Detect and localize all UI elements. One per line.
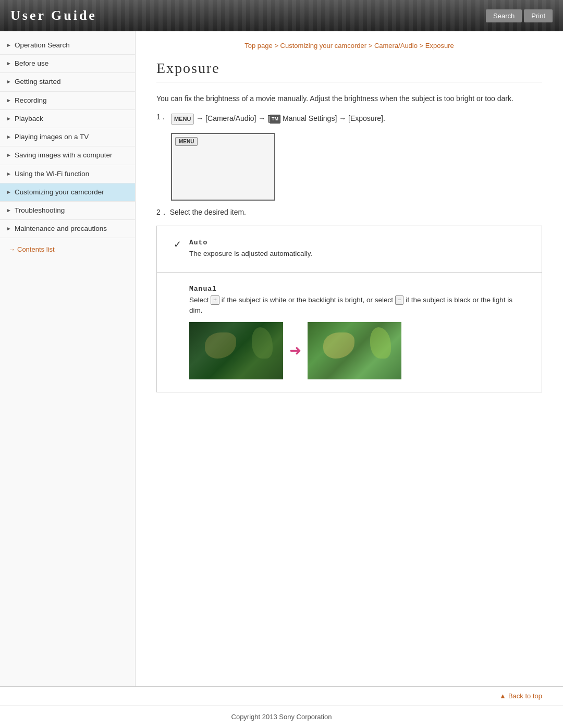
back-to-top-label: Back to top (508, 692, 542, 700)
sidebar-item-saving-images[interactable]: ► Saving images with a computer (0, 146, 135, 165)
contents-list-link-container: → Contents list (0, 238, 135, 261)
sidebar-item-playing-images[interactable]: ► Playing images on a TV (0, 128, 135, 146)
sidebar-item-before-use[interactable]: ► Before use (0, 55, 135, 73)
sidebar-item-label: Saving images with a computer (15, 151, 113, 160)
header: User Guide Search Print (0, 0, 563, 31)
no-check-spacer: ✓ (174, 285, 184, 297)
option-manual-desc: Select + if the subject is white or the … (189, 295, 525, 316)
sidebar-item-maintenance[interactable]: ► Maintenance and precautions (0, 220, 135, 238)
app-title: User Guide (10, 8, 97, 23)
sidebar-item-playback[interactable]: ► Playback (0, 110, 135, 128)
step-2-text: Select the desired item. (170, 208, 246, 216)
sidebar-item-getting-started[interactable]: ► Getting started (0, 73, 135, 91)
sidebar-item-label: Recording (15, 96, 47, 105)
step-2: 2． Select the desired item. (156, 208, 542, 217)
option-auto-desc: The exposure is adjusted automatically. (189, 249, 525, 259)
menu-box-label: MENU (175, 137, 198, 146)
triangle-up-icon: ▲ (499, 692, 506, 700)
intro-text: You can fix the brightness of a movie ma… (156, 93, 542, 104)
sidebar-item-label: Troubleshooting (15, 206, 65, 215)
sidebar-item-label: Getting started (15, 77, 61, 87)
chevron-right-icon: ► (6, 133, 11, 141)
options-table: ✓ Auto The exposure is adjusted automati… (156, 226, 542, 392)
main-content: Top page > Customizing your camcorder > … (136, 31, 563, 686)
sidebar-item-customizing[interactable]: ► Customizing your camcorder (0, 183, 135, 202)
breadcrumb-exposure[interactable]: Exposure (425, 42, 454, 50)
exposure-comparison-images: ➜ (189, 322, 525, 379)
dark-exposure-image (189, 322, 283, 379)
camera-illustration: MENU (171, 133, 275, 201)
menu-button-icon: MENU (171, 114, 194, 125)
breadcrumb-camera-audio[interactable]: Camera/Audio (374, 42, 418, 50)
manual-desc-prefix: Select (189, 296, 211, 304)
option-auto-cell: ✓ Auto The exposure is adjusted automati… (165, 232, 533, 265)
print-button[interactable]: Print (524, 9, 553, 22)
bright-exposure-image (308, 322, 401, 379)
chevron-right-icon: ► (6, 225, 11, 232)
step-1-content: MENU → [Camera/Audio] → [TM Manual Setti… (171, 113, 385, 125)
option-manual-row: ✓ Manual Select + if the subject is whit… (157, 272, 542, 392)
option-auto-name: Auto (189, 239, 525, 246)
option-manual-name: Manual (189, 285, 525, 293)
breadcrumb-sep3: > (418, 42, 425, 50)
minus-button-icon: − (395, 295, 404, 305)
step-2-number: 2． (156, 208, 168, 216)
main-layout: ► Operation Search ► Before use ► Gettin… (0, 31, 563, 686)
sidebar-item-recording[interactable]: ► Recording (0, 92, 135, 110)
checkmark-icon: ✓ (174, 239, 184, 250)
contents-list-link[interactable]: Contents list (17, 245, 55, 253)
chevron-right-icon: ► (6, 189, 11, 196)
sidebar-item-operation-search[interactable]: ► Operation Search (0, 36, 135, 55)
option-manual-cell: ✓ Manual Select + if the subject is whit… (165, 279, 533, 386)
back-to-top-bar: ▲ Back to top (0, 686, 563, 705)
breadcrumb-sep1: > (273, 42, 280, 50)
sidebar-item-label: Before use (15, 59, 48, 68)
option-auto-row: ✓ Auto The exposure is adjusted automati… (157, 226, 542, 272)
manual-desc-mid: if the subject is white or the backlight… (219, 296, 395, 304)
sidebar-item-wifi[interactable]: ► Using the Wi-Fi function (0, 165, 135, 183)
sidebar-item-label: Playback (15, 114, 43, 124)
sidebar-item-label: Playing images on a TV (15, 132, 89, 142)
sidebar-item-label: Maintenance and precautions (15, 224, 107, 233)
arrow-pink-icon: ➜ (289, 343, 301, 358)
breadcrumb: Top page > Customizing your camcorder > … (156, 42, 542, 50)
arrow-right-icon: → (8, 245, 15, 253)
chevron-right-icon: ► (6, 78, 11, 85)
breadcrumb-top-page[interactable]: Top page (244, 42, 273, 50)
step-1: 1 . MENU → [Camera/Audio] → [TM Manual S… (156, 113, 542, 125)
back-to-top-link[interactable]: ▲ Back to top (499, 692, 542, 700)
plus-button-icon: + (211, 295, 219, 305)
search-button[interactable]: Search (486, 9, 522, 22)
step-1-settings-text: Manual Settings] → [Exposure]. (280, 114, 385, 122)
step-1-arrow-text: → [Camera/Audio] → [ (196, 114, 270, 122)
breadcrumb-sep2: > (366, 42, 374, 50)
chevron-right-icon: ► (6, 152, 11, 159)
breadcrumb-customizing[interactable]: Customizing your camcorder (280, 42, 366, 50)
sidebar: ► Operation Search ► Before use ► Gettin… (0, 31, 136, 686)
tm-icon: TM (270, 115, 280, 123)
header-actions: Search Print (486, 9, 553, 22)
sidebar-item-label: Operation Search (15, 41, 70, 50)
sidebar-item-label: Customizing your camcorder (15, 188, 104, 197)
option-manual-details: Manual Select + if the subject is white … (189, 285, 525, 380)
chevron-right-icon: ► (6, 115, 11, 122)
step-1-number: 1 . (156, 113, 167, 121)
page-title: Exposure (156, 60, 542, 82)
sidebar-item-troubleshooting[interactable]: ► Troubleshooting (0, 202, 135, 220)
sidebar-item-label: Using the Wi-Fi function (15, 169, 89, 179)
chevron-right-icon: ► (6, 170, 11, 178)
chevron-right-icon: ► (6, 60, 11, 67)
option-auto-details: Auto The exposure is adjusted automatica… (189, 239, 525, 259)
chevron-right-icon: ► (6, 42, 11, 49)
chevron-right-icon: ► (6, 207, 11, 214)
chevron-right-icon: ► (6, 97, 11, 104)
copyright-text: Copyright 2013 Sony Corporation (231, 713, 332, 721)
footer: Copyright 2013 Sony Corporation (0, 705, 563, 728)
